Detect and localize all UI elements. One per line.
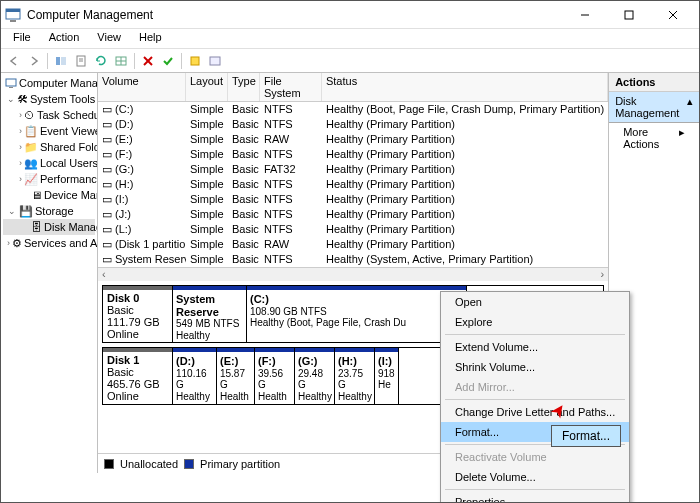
menu-view[interactable]: View <box>89 29 129 48</box>
expand-toggle[interactable]: ⌄ <box>7 206 17 216</box>
partition[interactable]: (I:)918He <box>375 348 399 404</box>
show-hide-tree-button[interactable] <box>52 52 70 70</box>
delete-button[interactable] <box>139 52 157 70</box>
legend-primary: Primary partition <box>200 458 280 470</box>
console-tree[interactable]: Computer Management (Local ⌄🛠System Tool… <box>1 73 98 473</box>
tree-tasksched[interactable]: Task Scheduler <box>37 109 98 121</box>
check-button[interactable] <box>159 52 177 70</box>
tree-eventvwr[interactable]: Event Viewer <box>40 125 98 137</box>
partition[interactable]: (G:)29.48 GHealthy <box>295 348 335 404</box>
scheduler-icon: ⏲ <box>24 108 35 122</box>
menu-bar: File Action View Help <box>1 29 699 49</box>
expand-toggle[interactable]: › <box>7 238 10 248</box>
partition[interactable]: (E:)15.87 GHealth <box>217 348 255 404</box>
chevron-right-icon: ▸ <box>679 126 685 150</box>
context-menu: Open Explore Extend Volume... Shrink Vol… <box>440 291 630 503</box>
partition[interactable]: (H:)23.75 GHealthy <box>335 348 375 404</box>
expand-toggle[interactable]: › <box>19 174 22 184</box>
ctx-properties[interactable]: Properties <box>441 492 629 503</box>
ctx-delete[interactable]: Delete Volume... <box>441 467 629 487</box>
settings-button[interactable] <box>206 52 224 70</box>
tree-root[interactable]: Computer Management (Local <box>19 77 98 89</box>
svg-rect-1 <box>6 9 20 12</box>
volume-list[interactable]: Volume Layout Type File System Status ▭ … <box>98 73 608 267</box>
properties-button[interactable] <box>72 52 90 70</box>
col-fs[interactable]: File System <box>260 73 322 101</box>
users-icon: 👥 <box>24 156 38 170</box>
col-status[interactable]: Status <box>322 73 608 101</box>
volume-row[interactable]: ▭ (F:)SimpleBasicNTFSHealthy (Primary Pa… <box>98 147 608 162</box>
svg-rect-18 <box>9 87 13 88</box>
tree-systools[interactable]: System Tools <box>30 93 95 105</box>
partition[interactable]: System Reserve549 MB NTFSHealthy (System… <box>173 286 247 342</box>
maximize-button[interactable] <box>607 1 651 29</box>
tree-shared[interactable]: Shared Folders <box>40 141 98 153</box>
annotation-tooltip: Format... <box>551 425 621 447</box>
svg-rect-17 <box>6 79 16 86</box>
tree-diskmgmt[interactable]: Disk Management <box>44 221 98 233</box>
legend-swatch-primary <box>184 459 194 469</box>
col-type[interactable]: Type <box>228 73 260 101</box>
partition[interactable]: (C:)108.90 GB NTFSHealthy (Boot, Page Fi… <box>247 286 467 342</box>
minimize-button[interactable] <box>563 1 607 29</box>
close-button[interactable] <box>651 1 695 29</box>
volume-row[interactable]: ▭ (E:)SimpleBasicRAWHealthy (Primary Par… <box>98 132 608 147</box>
legend-swatch-unallocated <box>104 459 114 469</box>
expand-toggle[interactable]: › <box>19 142 22 152</box>
column-headers: Volume Layout Type File System Status <box>98 73 608 102</box>
actions-selected[interactable]: Disk Management▴ <box>609 92 699 123</box>
volume-row[interactable]: ▭ System Reserved (K:)SimpleBasicNTFSHea… <box>98 252 608 267</box>
svg-rect-15 <box>191 57 199 65</box>
event-icon: 📋 <box>24 124 38 138</box>
volume-row[interactable]: ▭ (C:)SimpleBasicNTFSHealthy (Boot, Page… <box>98 102 608 117</box>
ctx-change-letter[interactable]: Change Drive Letter and Paths... <box>441 402 629 422</box>
device-icon: 🖥 <box>31 188 42 202</box>
action-wizard-button[interactable] <box>186 52 204 70</box>
tree-devmgr[interactable]: Device Manager <box>44 189 98 201</box>
folder-icon: 📁 <box>24 140 38 154</box>
perf-icon: 📈 <box>24 172 38 186</box>
expand-toggle[interactable]: › <box>19 158 22 168</box>
volume-row[interactable]: ▭ (G:)SimpleBasicFAT32Healthy (Primary P… <box>98 162 608 177</box>
legend-unallocated: Unallocated <box>120 458 178 470</box>
partition[interactable]: (D:)110.16 GHealthy <box>173 348 217 404</box>
expand-toggle[interactable]: ⌄ <box>7 94 15 104</box>
forward-button[interactable] <box>25 52 43 70</box>
menu-action[interactable]: Action <box>41 29 88 48</box>
volume-row[interactable]: ▭ (D:)SimpleBasicNTFSHealthy (Primary Pa… <box>98 117 608 132</box>
col-layout[interactable]: Layout <box>186 73 228 101</box>
expand-toggle[interactable]: › <box>19 110 22 120</box>
volume-row[interactable]: ▭ (L:)SimpleBasicNTFSHealthy (Primary Pa… <box>98 222 608 237</box>
ctx-explore[interactable]: Explore <box>441 312 629 332</box>
storage-icon: 💾 <box>19 204 33 218</box>
actions-more[interactable]: More Actions▸ <box>609 123 699 153</box>
computer-icon <box>5 76 17 90</box>
tree-services[interactable]: Services and Applications <box>24 237 98 249</box>
refresh-button[interactable] <box>92 52 110 70</box>
volume-row[interactable]: ▭ (Disk 1 partition 2)SimpleBasicRAWHeal… <box>98 237 608 252</box>
col-volume[interactable]: Volume <box>98 73 186 101</box>
expand-toggle[interactable]: › <box>19 126 22 136</box>
partition[interactable]: (F:)39.56 GHealth <box>255 348 295 404</box>
disk-info: Disk 0Basic111.79 GBOnline <box>103 286 173 342</box>
tree-storage[interactable]: Storage <box>35 205 74 217</box>
ctx-open[interactable]: Open <box>441 292 629 312</box>
tree-perf[interactable]: Performance <box>40 173 98 185</box>
app-icon <box>5 7 21 23</box>
svg-rect-4 <box>625 11 633 19</box>
menu-file[interactable]: File <box>5 29 39 48</box>
volume-row[interactable]: ▭ (J:)SimpleBasicNTFSHealthy (Primary Pa… <box>98 207 608 222</box>
ctx-shrink[interactable]: Shrink Volume... <box>441 357 629 377</box>
export-list-button[interactable] <box>112 52 130 70</box>
actions-header: Actions <box>609 73 699 92</box>
volume-row[interactable]: ▭ (I:)SimpleBasicNTFSHealthy (Primary Pa… <box>98 192 608 207</box>
tree-localusers[interactable]: Local Users and Groups <box>40 157 98 169</box>
ctx-extend[interactable]: Extend Volume... <box>441 337 629 357</box>
volume-row[interactable]: ▭ (H:)SimpleBasicNTFSHealthy (Primary Pa… <box>98 177 608 192</box>
menu-help[interactable]: Help <box>131 29 170 48</box>
disk-icon: 🗄 <box>31 220 42 234</box>
svg-rect-8 <box>61 57 66 65</box>
title-bar: Computer Management <box>1 1 699 29</box>
back-button[interactable] <box>5 52 23 70</box>
h-scrollbar[interactable]: ‹› <box>98 267 608 281</box>
